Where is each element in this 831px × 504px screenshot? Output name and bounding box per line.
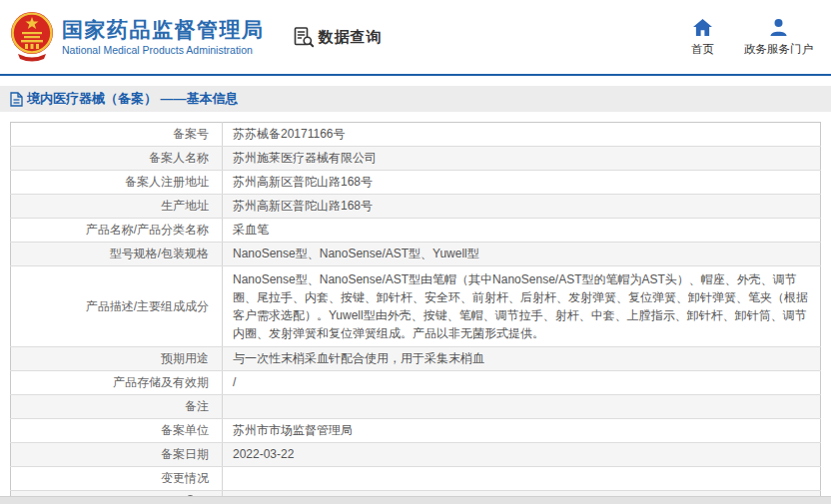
nav-item-home[interactable]: 首页	[691, 17, 714, 57]
row-label: 产品描述/主要组成成分	[11, 266, 223, 347]
data-query-tab[interactable]: 数据查询	[293, 26, 383, 48]
row-value: 与一次性末梢采血针配合使用，用于采集末梢血	[223, 347, 821, 371]
data-query-label: 数据查询	[319, 28, 383, 47]
table-row-remarks: 备注	[11, 395, 821, 419]
top-nav: 首页 政务服务门户	[691, 17, 817, 57]
national-emblem-logo	[10, 9, 54, 65]
document-icon	[10, 92, 23, 107]
table-row-filer-address: 备案人注册地址 苏州高新区普陀山路168号	[11, 171, 821, 195]
filing-info-table: 备案号 苏苏械备20171166号 备案人名称 苏州施莱医疗器械有限公司 备案人…	[10, 122, 821, 504]
table-row-intended-use: 预期用途 与一次性末梢采血针配合使用，用于采集末梢血	[11, 347, 821, 371]
page-title: 境内医疗器械（备案） ——基本信息	[27, 90, 239, 108]
table-row-production-address: 生产地址 苏州高新区普陀山路168号	[11, 195, 821, 219]
footer-strip	[0, 496, 831, 504]
row-label: 产品名称/产品分类名称	[11, 219, 223, 243]
row-value: 苏州市市场监督管理局	[223, 419, 821, 443]
document-search-icon	[293, 26, 315, 48]
row-label: 变更情况	[11, 467, 223, 491]
agency-title-block: 国家药品监督管理局 National Medical Products Admi…	[62, 17, 265, 57]
nav-home-label: 首页	[691, 42, 714, 57]
filing-info-table-wrap: 备案号 苏苏械备20171166号 备案人名称 苏州施莱医疗器械有限公司 备案人…	[10, 122, 821, 504]
row-label: 备案人注册地址	[11, 171, 223, 195]
row-value: 采血笔	[223, 219, 821, 243]
row-label: 预期用途	[11, 347, 223, 371]
table-row-product-name: 产品名称/产品分类名称 采血笔	[11, 219, 821, 243]
row-value: 苏州高新区普陀山路168号	[223, 195, 821, 219]
table-row-model-spec: 型号规格/包装规格 NanoSense型、NanoSense/AST型、Yuwe…	[11, 243, 821, 266]
row-value: NanoSense型、NanoSense/AST型由笔帽（其中NanoSense…	[223, 266, 821, 347]
agency-subtitle: National Medical Products Administration	[62, 44, 265, 57]
table-row-product-description: 产品描述/主要组成成分 NanoSense型、NanoSense/AST型由笔帽…	[11, 266, 821, 347]
row-value	[223, 395, 821, 419]
row-label: 备注	[11, 395, 223, 419]
row-label: 产品存储及有效期	[11, 371, 223, 395]
table-row-filing-date: 备案日期 2022-03-22	[11, 443, 821, 467]
row-label: 生产地址	[11, 195, 223, 219]
user-icon	[769, 17, 788, 37]
row-value	[223, 467, 821, 491]
row-value: 苏苏械备20171166号	[223, 123, 821, 147]
table-row-filing-authority: 备案单位 苏州市市场监督管理局	[11, 419, 821, 443]
agency-logo-title: 国家药品监督管理局 National Medical Products Admi…	[10, 9, 265, 65]
row-value: 苏州施莱医疗器械有限公司	[223, 147, 821, 171]
nav-item-portal[interactable]: 政务服务门户	[744, 17, 813, 57]
row-value: /	[223, 371, 821, 395]
table-row-filer-name: 备案人名称 苏州施莱医疗器械有限公司	[11, 147, 821, 171]
row-label: 备案号	[11, 123, 223, 147]
page-header: 国家药品监督管理局 National Medical Products Admi…	[0, 0, 831, 76]
home-icon	[693, 17, 712, 37]
table-row-storage-validity: 产品存储及有效期 /	[11, 371, 821, 395]
table-row-record-number: 备案号 苏苏械备20171166号	[11, 123, 821, 147]
agency-title: 国家药品监督管理局	[62, 17, 265, 43]
row-label: 备案单位	[11, 419, 223, 443]
row-label: 备案日期	[11, 443, 223, 467]
row-value: 苏州高新区普陀山路168号	[223, 171, 821, 195]
row-value: NanoSense型、NanoSense/AST型、Yuwell型	[223, 243, 821, 266]
row-label: 备案人名称	[11, 147, 223, 171]
row-label: 型号规格/包装规格	[11, 243, 223, 266]
section-title-bar: 境内医疗器械（备案） ——基本信息	[0, 86, 831, 112]
nav-portal-label: 政务服务门户	[744, 42, 813, 57]
row-value: 2022-03-22	[223, 443, 821, 467]
table-row-change-status: 变更情况	[11, 467, 821, 491]
